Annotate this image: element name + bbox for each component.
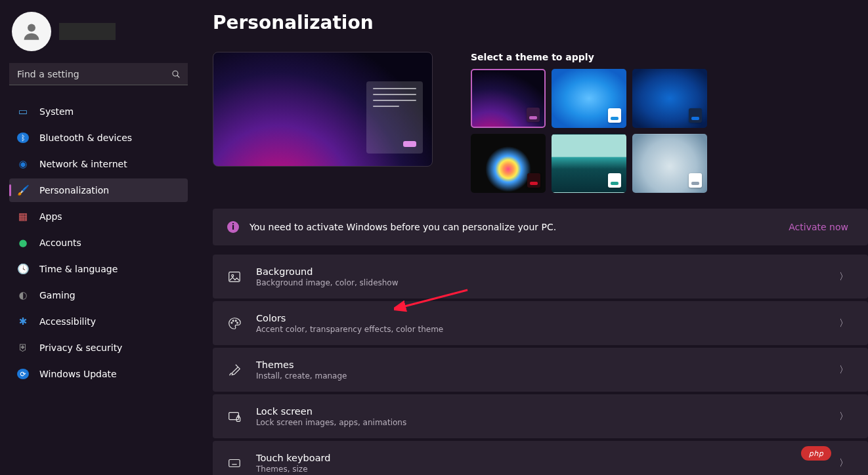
nav-item-accounts[interactable]: ● Accounts xyxy=(9,231,188,255)
nav-item-privacy[interactable]: ⛨ Privacy & security xyxy=(9,336,188,360)
system-icon: ▭ xyxy=(17,106,29,117)
php-badge: php xyxy=(801,446,831,461)
nav-label: Apps xyxy=(39,211,62,222)
svg-point-6 xyxy=(232,320,234,321)
theme-thumb-2[interactable] xyxy=(552,69,626,128)
nav-item-network[interactable]: ◉ Network & internet xyxy=(9,152,188,176)
svg-point-4 xyxy=(232,274,234,276)
nav-item-bluetooth[interactable]: ᛒ Bluetooth & devices xyxy=(9,126,188,150)
setting-row-background[interactable]: Background Background image, color, slid… xyxy=(213,255,868,299)
lockscreen-icon xyxy=(227,409,242,424)
sidebar: ▭ System ᛒ Bluetooth & devices ◉ Network… xyxy=(0,0,197,475)
nav-item-gaming[interactable]: ◐ Gaming xyxy=(9,283,188,307)
row-title: Lock screen xyxy=(256,406,825,417)
update-icon: ⟳ xyxy=(17,369,29,379)
chevron-right-icon: 〉 xyxy=(839,411,854,423)
paintbrush-icon: 🖌️ xyxy=(17,184,29,196)
nav-item-apps[interactable]: ▦ Apps xyxy=(9,205,188,228)
chevron-right-icon: 〉 xyxy=(839,364,854,376)
person-icon: ● xyxy=(17,237,29,249)
search-input[interactable] xyxy=(9,63,188,85)
preview-accent xyxy=(403,141,416,147)
setting-row-lockscreen[interactable]: Lock screen Lock screen images, apps, an… xyxy=(213,394,868,438)
row-subtitle: Themes, size xyxy=(256,465,825,474)
bluetooth-icon: ᛒ xyxy=(17,133,29,143)
gaming-icon: ◐ xyxy=(17,289,29,301)
nav-label: Windows Update xyxy=(39,369,117,379)
row-subtitle: Background image, color, slideshow xyxy=(256,278,825,287)
theme-select-label: Select a theme to apply xyxy=(471,52,707,62)
activation-banner: i You need to activate Windows before yo… xyxy=(213,209,868,245)
settings-list: Background Background image, color, slid… xyxy=(213,255,868,475)
theme-grid xyxy=(471,69,707,193)
svg-point-8 xyxy=(237,322,238,323)
row-title: Touch keyboard xyxy=(256,453,825,463)
nav-label: Gaming xyxy=(39,290,76,300)
svg-line-2 xyxy=(177,75,179,77)
banner-text: You need to activate Windows before you … xyxy=(250,222,556,232)
row-subtitle: Lock screen images, apps, animations xyxy=(256,418,825,427)
svg-point-7 xyxy=(235,320,236,321)
activate-now-link[interactable]: Activate now xyxy=(789,222,854,232)
search-box[interactable] xyxy=(9,63,188,85)
apps-icon: ▦ xyxy=(17,211,29,222)
nav-item-system[interactable]: ▭ System xyxy=(9,100,188,123)
chevron-right-icon: 〉 xyxy=(839,318,854,329)
svg-point-5 xyxy=(231,322,232,323)
svg-point-0 xyxy=(28,24,35,31)
row-title: Themes xyxy=(256,360,825,370)
main-content: Personalization Select a theme to apply … xyxy=(197,0,868,475)
theme-thumb-5[interactable] xyxy=(552,134,626,193)
theme-picker: Select a theme to apply xyxy=(471,52,707,193)
nav-item-accessibility[interactable]: ✱ Accessibility xyxy=(9,310,188,333)
row-subtitle: Accent color, transparency effects, colo… xyxy=(256,325,825,334)
profile-block[interactable] xyxy=(9,7,188,63)
nav-item-update[interactable]: ⟳ Windows Update xyxy=(9,362,188,386)
theme-thumb-3[interactable] xyxy=(632,69,707,128)
svg-rect-11 xyxy=(229,459,240,466)
nav-item-time[interactable]: 🕓 Time & language xyxy=(9,257,188,281)
setting-row-themes[interactable]: Themes Install, create, manage 〉 xyxy=(213,348,868,392)
info-icon: i xyxy=(227,221,239,233)
nav-label: Privacy & security xyxy=(39,342,122,353)
nav-label: System xyxy=(39,106,74,117)
theme-thumb-1[interactable] xyxy=(471,69,546,128)
profile-name-redacted xyxy=(59,23,116,40)
nav-label: Personalization xyxy=(39,185,109,196)
brush-icon xyxy=(227,363,242,377)
row-subtitle: Install, create, manage xyxy=(256,371,825,381)
row-title: Background xyxy=(256,266,825,277)
nav-label: Accounts xyxy=(39,238,81,248)
setting-row-colors[interactable]: Colors Accent color, transparency effect… xyxy=(213,301,868,345)
chevron-right-icon: 〉 xyxy=(839,271,854,283)
nav-label: Bluetooth & devices xyxy=(39,133,132,143)
keyboard-icon xyxy=(227,456,242,470)
preview-window xyxy=(366,81,423,154)
palette-icon xyxy=(227,316,242,331)
theme-row: Select a theme to apply xyxy=(213,52,868,193)
picture-icon xyxy=(227,270,242,284)
shield-icon: ⛨ xyxy=(17,342,29,354)
nav-item-personalization[interactable]: 🖌️ Personalization xyxy=(9,178,188,202)
desktop-preview xyxy=(213,52,433,167)
page-title: Personalization xyxy=(213,12,868,33)
chevron-right-icon: 〉 xyxy=(839,457,854,469)
setting-row-touchkeyboard[interactable]: Touch keyboard Themes, size 〉 xyxy=(213,441,868,475)
wifi-icon: ◉ xyxy=(17,158,29,170)
nav-list: ▭ System ᛒ Bluetooth & devices ◉ Network… xyxy=(9,100,188,386)
nav-label: Time & language xyxy=(39,264,118,274)
search-icon xyxy=(171,69,181,79)
clock-icon: 🕓 xyxy=(17,263,29,275)
nav-label: Network & internet xyxy=(39,159,127,169)
svg-point-1 xyxy=(173,71,178,76)
person-icon xyxy=(20,20,43,43)
row-title: Colors xyxy=(256,313,825,323)
theme-thumb-4[interactable] xyxy=(471,134,546,193)
svg-rect-3 xyxy=(229,272,240,281)
nav-label: Accessibility xyxy=(39,316,96,327)
avatar xyxy=(12,12,51,51)
accessibility-icon: ✱ xyxy=(17,316,29,327)
theme-thumb-6[interactable] xyxy=(632,134,707,193)
